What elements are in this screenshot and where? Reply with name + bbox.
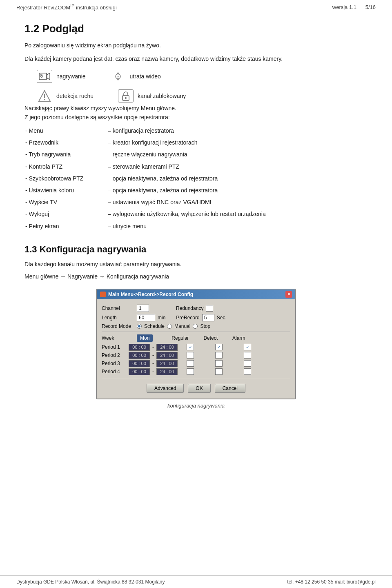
regular-col-header: Regular bbox=[172, 335, 189, 341]
period-dash-3: - bbox=[152, 361, 154, 366]
dialog-footer: Advanced OK Cancel bbox=[102, 381, 290, 394]
schedule-radio[interactable] bbox=[137, 324, 142, 329]
channel-label: Channel bbox=[102, 305, 134, 311]
manual-label: Manual bbox=[174, 323, 190, 329]
icon-nagrywanie: nagrywanie bbox=[37, 70, 86, 83]
page-content: 1.2 Podgląd Po zalogowaniu się widzimy e… bbox=[0, 14, 392, 432]
advanced-button[interactable]: Advanced bbox=[147, 384, 184, 393]
menu-item-row: - Wyjście TV– ustawienia wyjść BNC oraz … bbox=[25, 197, 367, 208]
dialog-title: Main Menu->Record->Record Config bbox=[108, 292, 193, 297]
manual-radio[interactable] bbox=[167, 324, 172, 329]
dialog-container: Main Menu->Record->Record Config ✕ Chann… bbox=[24, 289, 368, 409]
period-row-1: Period 1 - bbox=[102, 344, 290, 351]
redundancy-checkbox[interactable] bbox=[206, 305, 213, 312]
dialog-close-button[interactable]: ✕ bbox=[285, 291, 292, 298]
week-row: Week Mon Regular Detect Alarm bbox=[102, 334, 290, 342]
menu-item-row: - Kontrola PTZ– sterowanie kamerami PTZ bbox=[25, 161, 367, 172]
period-start-4[interactable] bbox=[129, 368, 150, 375]
svg-point-2 bbox=[41, 76, 43, 78]
motion-icon bbox=[37, 89, 52, 102]
period-detect-cb-4[interactable] bbox=[215, 368, 223, 375]
menu-item-right: – opcja nieaktywna, zależna od rejestrat… bbox=[108, 185, 367, 196]
period-regular-cb-1[interactable] bbox=[187, 344, 194, 350]
menu-item-right: – opcja nieaktywna, zależna od rejestrat… bbox=[108, 173, 367, 184]
record-mode-label: Record Mode bbox=[102, 323, 134, 329]
menu-item-right: – ustawienia wyjść BNC oraz VGA/HDMI bbox=[108, 197, 367, 208]
menu-item-right: – sterowanie kamerami PTZ bbox=[108, 161, 367, 172]
period-end-2[interactable] bbox=[156, 352, 178, 359]
svg-marker-1 bbox=[47, 73, 50, 80]
page-footer: Dystrybucja GDE Polska Wlosań, ul. Świąt… bbox=[0, 575, 392, 588]
section2-breadcrumb: Menu główne → Nagrywanie → Konfiguracja … bbox=[24, 272, 368, 281]
menu-item-left: - Szybkoobrotowa PTZ bbox=[25, 173, 107, 184]
length-input[interactable] bbox=[137, 314, 155, 321]
header-left: Rejestrator ReviZOOMIP instrukcja obsług… bbox=[16, 3, 117, 11]
period-alarm-cb-4[interactable] bbox=[244, 368, 251, 375]
icon-detekcja-ruchu: detekcja ruchu bbox=[37, 89, 94, 102]
dialog-caption: konfiguracja nagrywania bbox=[167, 403, 225, 409]
length-row: Length min PreRecord Sec. bbox=[102, 314, 290, 321]
z-jego-text: Z jego poziomu dostępne są wszystkie opc… bbox=[24, 114, 368, 120]
period-alarm-cb-3[interactable] bbox=[244, 360, 251, 367]
sec-label: Sec. bbox=[217, 315, 227, 321]
page-header: Rejestrator ReviZOOMIP instrukcja obsług… bbox=[0, 0, 392, 14]
period-label-1: Period 1 bbox=[102, 344, 126, 350]
icon-kanal-zablokowany: kanał zablokowany bbox=[118, 89, 186, 102]
period-detect-cb-1[interactable] bbox=[215, 344, 223, 350]
period-detect-cb-2[interactable] bbox=[215, 352, 223, 359]
period-regular-cb-4[interactable] bbox=[187, 368, 194, 375]
period-end-4[interactable] bbox=[156, 368, 178, 375]
menu-item-right: – wylogowanie użytkownika, wyłączenie lu… bbox=[108, 209, 367, 220]
prerecord-label: PreRecord bbox=[176, 315, 199, 321]
length-label: Length bbox=[102, 315, 134, 321]
period-start-2[interactable] bbox=[129, 352, 150, 359]
record-config-dialog: Main Menu->Record->Record Config ✕ Chann… bbox=[96, 289, 296, 399]
period-dash-4: - bbox=[152, 369, 154, 374]
intro2: Dla każdej kamery podana jest dat, czas … bbox=[24, 54, 368, 63]
nagrywanie-label: nagrywanie bbox=[56, 73, 86, 80]
menu-item-left: - Przewodnik bbox=[25, 137, 107, 148]
footer-left: Dystrybucja GDE Polska Wlosań, ul. Świąt… bbox=[16, 579, 165, 585]
menu-item-left: - Pełny ekran bbox=[25, 221, 107, 232]
period-regular-cb-3[interactable] bbox=[187, 360, 194, 367]
period-start-3[interactable] bbox=[129, 360, 150, 367]
menu-item-right: – ukrycie menu bbox=[108, 221, 367, 232]
menu-item-left: - Kontrola PTZ bbox=[25, 161, 107, 172]
menu-item-row: - Menu– konfiguracja rejestratora bbox=[25, 125, 367, 136]
alarm-col-header: Alarm bbox=[232, 335, 245, 341]
menu-item-row: - Tryb nagrywania– ręczne włączeniu nagr… bbox=[25, 149, 367, 160]
schedule-label: Schedule bbox=[144, 323, 165, 329]
cancel-button[interactable]: Cancel bbox=[215, 384, 245, 393]
channel-input[interactable] bbox=[137, 305, 149, 312]
period-start-1[interactable] bbox=[129, 344, 150, 351]
intro1: Po zalogowaniu się widzimy ekran podgląd… bbox=[24, 41, 368, 50]
menu-item-left: - Wyloguj bbox=[25, 209, 107, 220]
menu-items-table: - Menu– konfiguracja rejestratora- Przew… bbox=[24, 125, 368, 233]
menu-item-left: - Ustawienia koloru bbox=[25, 185, 107, 196]
svg-text:?: ? bbox=[117, 75, 119, 79]
menu-item-right: – konfiguracja rejestratora bbox=[108, 125, 367, 136]
lock-icon bbox=[118, 89, 134, 102]
period-alarm-cb-2[interactable] bbox=[244, 352, 251, 359]
period-detect-cb-3[interactable] bbox=[215, 360, 223, 367]
period-regular-cb-2[interactable] bbox=[187, 352, 194, 359]
period-row-3: Period 3 - bbox=[102, 360, 290, 367]
period-end-3[interactable] bbox=[156, 360, 178, 367]
period-end-1[interactable] bbox=[156, 344, 178, 351]
section2-para1: Dla każdego kanału możemy ustawiać param… bbox=[24, 260, 368, 269]
period-alarm-cb-1[interactable] bbox=[244, 344, 251, 350]
utrata-wideo-label: utrata wideo bbox=[130, 73, 161, 80]
week-label: Week bbox=[102, 335, 134, 341]
periods-container: Period 1 - Period 2 - Period 3 - bbox=[102, 344, 290, 375]
video-loss-icon: ? bbox=[110, 70, 126, 83]
ok-button[interactable]: OK bbox=[188, 384, 210, 393]
icons-row1: nagrywanie ? utrata wideo bbox=[37, 70, 368, 83]
prerecord-input[interactable] bbox=[202, 314, 214, 321]
header-right: wersja 1.1 5/16 bbox=[332, 4, 376, 10]
kanal-zablokowany-label: kanał zablokowany bbox=[138, 93, 186, 99]
footer-right: tel. +48 12 256 50 35 mail: biuro@gde.pl bbox=[287, 579, 376, 585]
week-button[interactable]: Mon bbox=[137, 334, 153, 342]
period-dash-2: - bbox=[152, 352, 154, 358]
svg-point-10 bbox=[125, 97, 127, 99]
stop-radio[interactable] bbox=[193, 324, 198, 329]
